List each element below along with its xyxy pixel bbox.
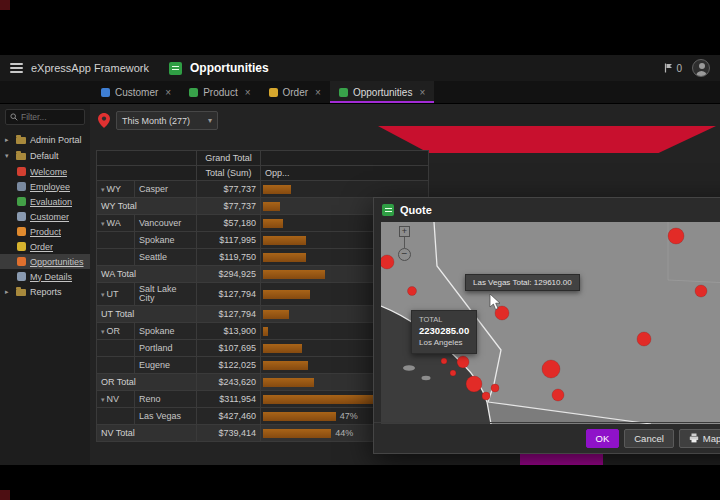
notifications-badge[interactable]: 0 [664,63,682,74]
map-marker[interactable] [408,287,417,296]
row-state-cell [97,232,135,249]
tooltip-city-label: Los Angeles [419,338,469,349]
zoom-in-button[interactable]: + [399,226,410,237]
nav-group-admin-portal[interactable]: ▸Admin Portal [0,132,90,148]
map-tooltip: Las Vegas Total: 129610.00 [465,274,580,291]
sidebar-item-order[interactable]: Order [0,239,90,254]
map-marker[interactable] [542,360,560,378]
row-city-cell: Portland [135,340,197,357]
tab-opportunities[interactable]: Opportunities× [330,81,434,103]
map-marker[interactable] [668,228,684,244]
map-marker[interactable] [695,285,707,297]
zoom-slider-track[interactable] [404,237,405,248]
app-window: eXpressApp Framework Opportunities 0 Cus… [0,55,720,465]
collapse-icon[interactable]: ▾ [101,291,105,298]
tab-product[interactable]: Product× [180,81,259,103]
sidebar-item-evaluation[interactable]: Evaluation [0,194,90,209]
map-marker[interactable] [482,392,490,400]
value-bar [263,395,376,404]
map-marker[interactable] [552,389,564,401]
tab-close-icon[interactable]: × [315,87,321,98]
tab-label: Customer [115,87,158,98]
period-filter-dropdown[interactable]: This Month (277) ▾ [116,111,218,130]
value-bar [263,253,306,262]
nav-item-label: Product [30,227,61,237]
zoom-out-button[interactable]: − [398,248,411,261]
hamburger-menu-icon[interactable] [10,63,23,73]
map-marker[interactable] [381,255,394,269]
funnel-chart-segment [378,126,716,153]
nav-group-reports[interactable]: ▸Reports [0,284,90,300]
row-city-cell: Salt Lake City [135,283,197,306]
tab-close-icon[interactable]: × [245,87,251,98]
screen-corner-marker [0,490,10,500]
map-print-button[interactable]: Map Print [679,429,720,448]
ok-button[interactable]: OK [586,429,620,448]
mouse-cursor [489,294,503,312]
state-label: WY [107,184,122,194]
row-city-cell: Spokane [135,232,197,249]
map-marker[interactable] [491,384,499,392]
row-total-label: WY Total [97,198,197,215]
state-label: NV [107,394,120,404]
row-total-value: $77,737 [197,181,261,198]
filter-input[interactable] [21,112,80,122]
user-avatar[interactable] [692,59,710,77]
tab-order[interactable]: Order× [260,81,330,103]
nav-item-label: Evaluation [30,197,72,207]
row-total-label: WA Total [97,266,197,283]
row-total-value: $13,900 [197,323,261,340]
grand-total-header: Grand Total [197,151,261,166]
sidebar-filter[interactable] [5,109,85,125]
quote-dialog: Quote ✕ [373,197,720,454]
tab-label: Opportunities [353,87,412,98]
collapse-icon[interactable]: ▾ [101,186,105,193]
collapse-icon[interactable]: ▾ [101,220,105,227]
collapse-icon[interactable]: ▾ [101,328,105,335]
main-content: This Month (277) ▾ Grand Total [90,104,720,465]
row-state-cell: ▾NV [97,391,135,408]
app-body: ▸Admin Portal▾DefaultWelcomeEmployeeEval… [0,104,720,465]
map-marker[interactable] [466,376,482,392]
nav-item-label: Order [30,242,53,252]
row-city-cell: Vancouver [135,215,197,232]
sidebar-item-employee[interactable]: Employee [0,179,90,194]
map-marker[interactable] [441,358,447,364]
row-state-cell [97,249,135,266]
header-actions: 0 [664,59,710,77]
row-state-cell [97,357,135,374]
row-total-value: $127,794 [197,306,261,323]
opportunities-icon [17,257,26,266]
map-marker[interactable] [637,332,651,346]
screen-corner-marker [0,0,10,10]
sidebar-item-customer[interactable]: Customer [0,209,90,224]
sidebar-item-opportunities[interactable]: Opportunities [0,254,90,269]
map-zoom-control[interactable]: + − [397,226,412,261]
map-marker[interactable] [450,370,456,376]
row-state-cell: ▾UT [97,283,135,306]
tab-close-icon[interactable]: × [419,87,425,98]
nav-group-label: Default [30,151,59,161]
map-view[interactable]: + − Las Vegas Total: 129610.00 TOTAL 223… [381,222,720,424]
nav-group-default[interactable]: ▾Default [0,148,90,164]
tab-close-icon[interactable]: × [165,87,171,98]
map-marker[interactable] [457,356,469,368]
tooltip-total-label: TOTAL [419,315,469,325]
employee-icon [17,182,26,191]
chevron-right-icon: ▸ [5,288,12,296]
total-sum-header: Total (Sum) [197,166,261,181]
quote-icon [382,204,394,216]
nav-group-label: Reports [30,287,62,297]
sidebar-item-product[interactable]: Product [0,224,90,239]
collapse-icon[interactable]: ▾ [101,396,105,403]
dialog-titlebar[interactable]: Quote ✕ [374,198,720,222]
row-total-value: $117,995 [197,232,261,249]
sidebar-item-welcome[interactable]: Welcome [0,164,90,179]
opportunities-page-icon [169,62,182,75]
state-label: OR [107,326,121,336]
tab-customer[interactable]: Customer× [92,81,180,103]
cancel-button[interactable]: Cancel [624,429,674,448]
row-total-value: $57,180 [197,215,261,232]
customer-tab-icon [101,88,110,97]
sidebar-item-my-details[interactable]: My Details [0,269,90,284]
